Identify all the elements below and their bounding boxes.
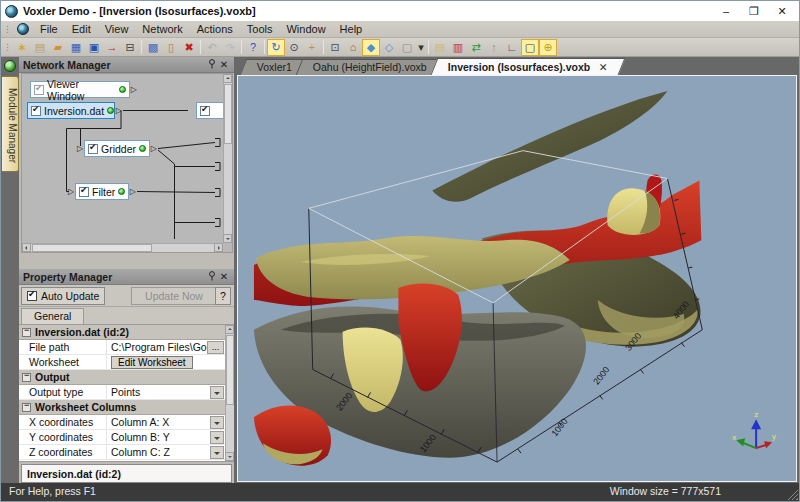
rotate-view-button[interactable]: ↻ (267, 39, 285, 56)
print-button[interactable]: ⊟ (121, 39, 139, 56)
section-row[interactable]: Output (19, 370, 225, 385)
copy-view-button[interactable]: ▤ (431, 39, 449, 56)
tab-general[interactable]: General (21, 308, 84, 324)
menu-tools[interactable]: Tools (240, 22, 280, 36)
tab-inversion[interactable]: Inversion (Isosurfaces).voxb✕ (430, 58, 625, 75)
panel-close-icon[interactable]: ✕ (218, 271, 230, 282)
new-network-button[interactable]: ∗ (13, 39, 31, 56)
select-points-button[interactable]: ▢ (521, 39, 539, 56)
module-manager-tab[interactable]: Module Manager (2, 76, 19, 172)
close-icon[interactable]: ✕ (775, 5, 789, 18)
input-port-icon[interactable] (68, 187, 74, 196)
scroll-down-icon[interactable] (223, 234, 232, 243)
checkbox-icon[interactable] (31, 106, 41, 116)
panel-close-icon[interactable]: ✕ (218, 59, 230, 70)
toolbar-grip2[interactable]: ⋮ (1, 42, 13, 52)
context-help-button[interactable]: ? (244, 39, 262, 56)
viewport-3d[interactable]: 2000 1000 1000 2000 3000 4000 (237, 75, 797, 482)
pan-tool-button[interactable]: + (303, 39, 321, 56)
output-port-icon[interactable] (130, 187, 136, 196)
section-row[interactable]: Worksheet Columns (19, 400, 225, 415)
zoom-tool-button[interactable]: ⊙ (285, 39, 303, 56)
view-options-dropdown-button[interactable]: ▾ (416, 39, 426, 56)
delete-button[interactable]: ✖ (180, 39, 198, 56)
node-viewer-window[interactable]: Viewer Window (30, 81, 130, 98)
svg-text:1000: 1000 (549, 416, 569, 438)
network-canvas[interactable]: Viewer Window Inversion.dat Gridder (21, 73, 233, 253)
checkbox-icon[interactable] (34, 85, 44, 95)
scroll-left-icon[interactable] (22, 243, 31, 252)
tab-close-icon[interactable]: ✕ (599, 59, 608, 75)
module-library-button[interactable]: ▥ (449, 39, 467, 56)
menu-window[interactable]: Window (279, 22, 332, 36)
node-gridder[interactable]: Gridder (84, 140, 150, 157)
scroll-up-icon[interactable] (223, 74, 232, 83)
copy-button[interactable]: ▩ (144, 39, 162, 56)
zoom-extents-button[interactable]: ⊡ (326, 39, 344, 56)
menu-view[interactable]: View (98, 22, 136, 36)
node-inversion-dat[interactable]: Inversion.dat (27, 102, 115, 119)
export-button[interactable]: → (103, 39, 121, 56)
collapse-icon[interactable] (22, 373, 31, 382)
input-port-icon[interactable] (77, 144, 83, 153)
edit-worksheet-button[interactable]: Edit Worksheet (111, 356, 193, 369)
node-partial[interactable] (196, 102, 225, 119)
checkbox-icon[interactable] (200, 106, 210, 116)
update-now-button[interactable]: Update Now (131, 287, 217, 305)
menu-network[interactable]: Network (135, 22, 189, 36)
show-axes-button[interactable]: ∟ (503, 39, 521, 56)
add-annotation-button[interactable]: ⊕ (539, 39, 557, 56)
menu-file[interactable]: File (33, 22, 65, 36)
minimize-icon[interactable]: – (719, 5, 733, 18)
resize-grip[interactable] (786, 488, 798, 500)
scroll-thumb[interactable] (226, 335, 234, 405)
scroll-down-icon[interactable] (225, 452, 234, 461)
checkbox-icon[interactable] (88, 144, 98, 154)
collapse-icon[interactable] (22, 328, 31, 337)
new-document-button[interactable]: ▤ (31, 39, 49, 56)
output-port-icon[interactable] (116, 106, 122, 115)
dropdown-icon[interactable] (210, 386, 224, 399)
help-button[interactable]: ? (215, 287, 231, 305)
home-view-button[interactable]: ⌂ (344, 39, 362, 56)
save-button[interactable]: ▦ (67, 39, 85, 56)
scroll-thumb[interactable] (224, 84, 232, 144)
menu-edit[interactable]: Edit (65, 22, 98, 36)
output-port-icon[interactable] (131, 85, 137, 94)
browse-button[interactable]: ... (207, 341, 224, 354)
perspective-view-button[interactable]: ◆ (362, 39, 380, 56)
import-button[interactable]: ▣ (85, 39, 103, 56)
output-port-icon[interactable] (151, 144, 157, 153)
checkbox-icon[interactable] (79, 187, 89, 197)
redo-button[interactable]: ↷ (221, 39, 239, 56)
network-hscrollbar[interactable] (22, 243, 223, 252)
checkbox-icon[interactable] (27, 291, 37, 301)
maximize-icon[interactable]: ❐ (747, 5, 761, 18)
scroll-thumb[interactable] (32, 244, 152, 252)
undo-button[interactable]: ↶ (203, 39, 221, 56)
open-button[interactable]: ▰ (49, 39, 67, 56)
auto-update-toggle[interactable]: Auto Update (21, 287, 105, 305)
menu-actions[interactable]: Actions (190, 22, 240, 36)
orthographic-view-button[interactable]: ◇ (380, 39, 398, 56)
collapse-icon[interactable] (22, 403, 31, 412)
grid-vscrollbar[interactable] (225, 325, 234, 461)
toolbar-grip[interactable]: ⋮ (1, 24, 13, 34)
wireframe-view-button[interactable]: ▢ (398, 39, 416, 56)
dropdown-icon[interactable] (210, 431, 224, 444)
perspective-view-icon: ◆ (367, 42, 375, 53)
refresh-modules-button[interactable]: ⇄ (467, 39, 485, 56)
section-row[interactable]: Inversion.dat (id:2) (19, 325, 225, 340)
move-up-button[interactable]: ↑ (485, 39, 503, 56)
dropdown-icon[interactable] (210, 446, 224, 459)
network-vscrollbar[interactable] (223, 74, 232, 243)
paste-button[interactable]: ▯ (162, 39, 180, 56)
scroll-up-icon[interactable] (225, 325, 234, 334)
dropdown-icon[interactable] (210, 416, 224, 429)
menu-help[interactable]: Help (333, 22, 370, 36)
tab-oahu[interactable]: Oahu (HeightField).voxb (296, 59, 444, 75)
scroll-right-icon[interactable] (214, 243, 223, 252)
node-filter[interactable]: Filter (75, 183, 129, 200)
pin-icon[interactable] (206, 271, 218, 283)
pin-icon[interactable] (206, 59, 218, 71)
